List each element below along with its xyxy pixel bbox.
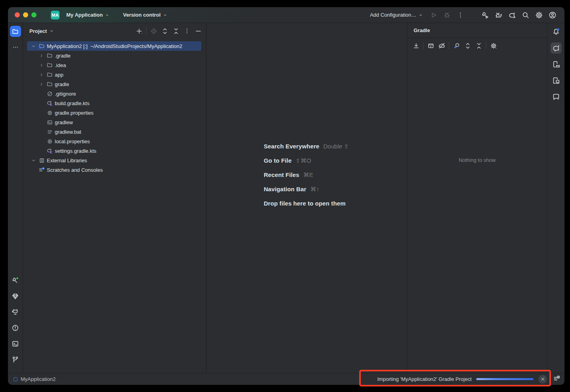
- tree-item-gradle-dir[interactable]: gradle: [23, 79, 206, 89]
- device-manager-button[interactable]: [551, 59, 562, 70]
- tree-item-build-gradle-kts[interactable]: build.gradle.kts: [23, 98, 206, 108]
- project-toolwindow-button[interactable]: [10, 26, 21, 37]
- tree-item-label: .idea: [55, 62, 66, 68]
- more-toolwindows-button[interactable]: [10, 42, 21, 53]
- tree-item-dot-idea[interactable]: .idea: [23, 60, 206, 70]
- version-control-label: Version control: [123, 12, 161, 18]
- progress-label: Importing 'MyApplication2' Gradle Projec…: [377, 376, 472, 382]
- gradle-settings-button[interactable]: [488, 40, 499, 51]
- panel-options-button[interactable]: [181, 25, 193, 37]
- execute-task-button[interactable]: [425, 40, 436, 51]
- tree-item-gradle-properties[interactable]: gradle.properties: [23, 108, 206, 117]
- chevron-down-icon[interactable]: [29, 44, 37, 48]
- crosshair-icon: [150, 28, 157, 35]
- tree-item-gitignore[interactable]: .gitignore: [23, 89, 206, 98]
- debug-button[interactable]: [441, 9, 453, 21]
- gem-icon: [12, 292, 19, 300]
- close-window-button[interactable]: [15, 12, 20, 17]
- hammer-run-icon: [481, 11, 489, 19]
- run-button[interactable]: [427, 9, 440, 21]
- gradle-elephant-icon: [552, 44, 560, 52]
- collapse-all-button[interactable]: [473, 40, 484, 51]
- hide-panel-button[interactable]: [193, 25, 204, 37]
- kebab-menu-icon: [457, 12, 464, 18]
- tree-item-settings-gradle-kts[interactable]: settings.gradle.kts: [23, 146, 206, 156]
- folder-icon: [12, 28, 19, 35]
- shell-script-icon: [45, 119, 54, 125]
- build-toolwindow-button[interactable]: [10, 275, 21, 286]
- event-log-widget[interactable]: [553, 375, 560, 383]
- locate-file-button[interactable]: [148, 25, 159, 37]
- scratches-icon: [37, 167, 46, 173]
- tree-item-gradlew-bat[interactable]: gradlew.bat: [23, 127, 206, 136]
- cancel-progress-button[interactable]: [538, 375, 547, 384]
- minimize-window-button[interactable]: [23, 12, 28, 17]
- tree-item-scratches[interactable]: Scratches and Consoles: [23, 165, 206, 175]
- project-name-label: My Application: [66, 12, 103, 18]
- run-configuration-label: Add Configuration…: [370, 12, 416, 18]
- tree-item-local-properties[interactable]: local.properties: [23, 136, 206, 146]
- notifications-button[interactable]: [551, 26, 562, 37]
- tree-item-gradlew[interactable]: gradlew: [23, 117, 206, 127]
- bell-icon: [552, 28, 560, 36]
- settings-button[interactable]: [533, 9, 545, 21]
- fullscreen-window-button[interactable]: [31, 12, 37, 17]
- library-icon: [37, 158, 46, 163]
- version-control-menu[interactable]: Version control: [120, 10, 171, 20]
- shortcut-keys: ⌘↑: [310, 185, 320, 194]
- tree-item-app[interactable]: app: [23, 70, 206, 79]
- android-studio-window: MA My Application Version control Add Co…: [8, 7, 564, 385]
- window-controls: [15, 12, 37, 17]
- gear-dropdown-icon: [490, 42, 497, 49]
- account-button[interactable]: [546, 9, 559, 21]
- expand-all-button[interactable]: [462, 40, 473, 51]
- tree-item-dot-gradle[interactable]: .gradle: [23, 51, 206, 60]
- folder-icon: [45, 62, 54, 68]
- chevron-down-icon[interactable]: [29, 158, 37, 163]
- download-icon: [413, 42, 420, 49]
- project-root-folder-icon: [37, 43, 46, 49]
- right-toolwindow-bar: [547, 23, 564, 373]
- editor-area: Search Everywhere Double ⇧ Go to File ⇧⌘…: [206, 23, 407, 373]
- shortcut-row: Drop files here to open them: [264, 199, 349, 208]
- gradle-sync-button[interactable]: [506, 9, 518, 21]
- shortcut-label: Recent Files: [264, 171, 299, 179]
- logcat-toolwindow-button[interactable]: [10, 306, 21, 317]
- download-sources-button[interactable]: [410, 40, 422, 51]
- problems-toolwindow-button[interactable]: [10, 322, 21, 333]
- build-and-run-button[interactable]: [479, 9, 491, 21]
- tree-item-label: build.gradle.kts: [55, 100, 89, 106]
- shortcut-row: Go to File ⇧⌘O: [264, 156, 349, 165]
- gradle-toolwindow-button[interactable]: [551, 42, 562, 54]
- resource-manager-toolwindow-button[interactable]: [10, 290, 21, 302]
- chevron-right-icon[interactable]: [37, 54, 45, 58]
- search-icon: [522, 11, 530, 19]
- gemini-assistant-button[interactable]: [551, 91, 562, 102]
- project-view-selector[interactable]: Project: [29, 28, 54, 34]
- shortcut-row: Navigation Bar ⌘↑: [264, 185, 349, 194]
- gear-icon: [535, 11, 543, 19]
- status-project-name: MyApplication2: [21, 376, 56, 382]
- add-button[interactable]: [133, 25, 144, 37]
- attach-debugger-button[interactable]: [492, 9, 505, 21]
- more-actions-button[interactable]: [454, 9, 467, 21]
- tree-item-project-root[interactable]: MyApplication2 [:] ~/AndroidStudioProjec…: [27, 41, 201, 51]
- analyze-build-button[interactable]: [451, 40, 462, 51]
- running-devices-button[interactable]: [551, 75, 562, 86]
- chevron-right-icon[interactable]: [37, 73, 45, 77]
- status-project-widget[interactable]: MyApplication2: [13, 376, 56, 382]
- terminal-toolwindow-button[interactable]: [10, 338, 21, 349]
- search-everywhere-button[interactable]: [519, 9, 532, 21]
- collapse-all-button[interactable]: [170, 25, 181, 37]
- plus-icon: [136, 28, 142, 35]
- version-control-toolwindow-button[interactable]: [10, 354, 21, 365]
- expand-all-button[interactable]: [159, 25, 170, 37]
- chevron-right-icon[interactable]: [37, 63, 45, 67]
- tree-item-external-libraries[interactable]: External Libraries: [23, 156, 206, 165]
- expand-all-icon: [464, 42, 471, 49]
- project-name-menu[interactable]: My Application: [63, 10, 113, 20]
- chevron-right-icon[interactable]: [37, 82, 45, 86]
- offline-mode-button[interactable]: [436, 40, 447, 51]
- run-configuration-selector[interactable]: Add Configuration…: [367, 10, 426, 20]
- chevron-down-icon: [105, 13, 110, 17]
